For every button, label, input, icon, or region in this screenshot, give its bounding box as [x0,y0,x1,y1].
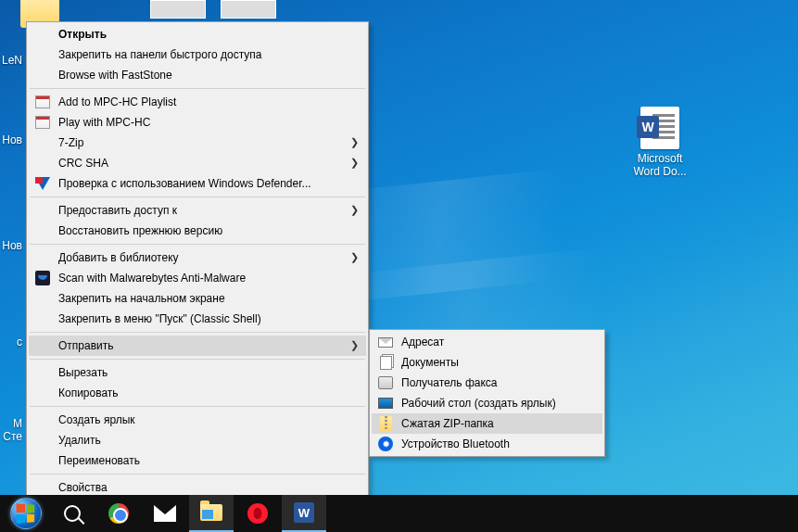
submenu-item-label: Получатель факса [401,376,584,389]
menu-separator [30,332,365,333]
chevron-right-icon: ❯ [350,157,359,169]
submenu-item[interactable]: Документы [372,352,602,373]
menu-item-label: Отправить [58,339,348,352]
context-submenu: АдресатДокументыПолучатель факсаРабочий … [369,329,605,457]
desktop-word-doc[interactable]: W Microsoft Word Do... [625,106,695,178]
mail-icon [154,505,176,522]
submenu-item[interactable]: Получатель факса [372,373,602,393]
menu-item[interactable]: Закрепить в меню "Пуск" (Classic Shell) [29,309,366,329]
opera-icon [247,503,268,524]
chevron-right-icon: ❯ [350,251,359,263]
desktop-thumb[interactable] [150,0,206,19]
context-menu: ОткрытьЗакрепить на панели быстрого дост… [26,21,369,500]
desktop-icon [377,395,394,412]
menu-item-label: Add to MPC-HC Playlist [58,95,348,108]
taskbar: W [0,495,798,532]
calendar-icon [34,114,51,131]
taskbar-explorer-button[interactable] [189,495,234,532]
menu-item[interactable]: Создать ярлык [29,410,366,430]
menu-item[interactable]: Play with MPC-HC [29,112,366,133]
menu-item[interactable]: 7-Zip❯ [29,133,366,153]
chevron-right-icon: ❯ [350,204,359,216]
menu-item[interactable]: Вырезать [29,362,366,383]
menu-item-label: Проверка с использованием Windows Defend… [58,177,348,190]
zip-icon [377,415,394,432]
shield-icon [34,175,51,192]
menu-item[interactable]: CRC SHA❯ [29,153,366,173]
menu-item-label: Закрепить на панели быстрого доступа [58,48,348,61]
desktop-icon-partial[interactable]: с [0,336,24,348]
menu-item[interactable]: Предоставить доступ к❯ [29,200,366,221]
menu-item-label: Копировать [58,386,348,399]
desktop-icon-partial[interactable]: Нов [0,239,24,252]
taskbar-start-button[interactable] [4,495,48,532]
menu-item-label: 7-Zip [58,136,348,149]
menu-item[interactable]: Add to MPC-HC Playlist [29,92,366,112]
menu-item-label: Восстановить прежнюю версию [58,224,348,237]
menu-item[interactable]: Добавить в библиотеку❯ [29,247,366,268]
menu-separator [30,196,365,197]
menu-separator [30,244,365,245]
taskbar-word-button[interactable]: W [282,495,326,532]
submenu-item-label: Рабочий стол (создать ярлык) [401,397,584,410]
submenu-item[interactable]: Сжатая ZIP-папка [372,413,602,434]
menu-item-label: Play with MPC-HC [58,116,348,129]
mail-icon [377,334,394,350]
malwarebytes-icon [34,270,51,286]
desktop-icon-label: Microsoft Word Do... [625,152,695,178]
desktop-icon-label: М Сте [0,417,24,443]
fax-icon [377,374,394,391]
chevron-right-icon: ❯ [350,136,359,148]
desktop-icon-label: LeN [0,54,24,67]
menu-separator [30,406,365,407]
desktop-icon-partial[interactable]: М Сте [0,417,24,443]
menu-separator [30,88,365,89]
menu-item[interactable]: Закрепить на панели быстрого доступа [29,44,366,65]
taskbar-chrome-button[interactable] [96,495,141,532]
desktop-icon-partial[interactable]: Нов [0,133,24,146]
menu-item-label: Browse with FastStone [58,69,348,82]
menu-item[interactable]: Открыть [29,24,366,44]
menu-separator [30,359,365,360]
desktop-icon-label: с [0,336,24,348]
menu-item-label: Открыть [58,28,348,41]
desktop-thumb[interactable] [221,0,276,19]
taskbar-opera-button[interactable] [235,495,280,532]
submenu-item[interactable]: Адресат [372,332,602,352]
calendar-icon [34,94,51,110]
menu-item-label: Закрепить в меню "Пуск" (Classic Shell) [58,312,348,325]
submenu-item-label: Устройство Bluetooth [401,437,584,450]
desktop-icon-label: Нов [0,239,24,252]
submenu-item-label: Адресат [401,336,584,348]
chrome-icon [108,503,129,524]
start-orb-icon [10,498,42,529]
menu-item-label: Переименовать [58,454,348,467]
taskbar-mail-button[interactable] [143,495,187,532]
menu-item-label: Вырезать [58,366,348,379]
menu-item[interactable]: Scan with Malwarebytes Anti-Malware [29,268,366,288]
menu-item[interactable]: Копировать [29,383,366,403]
menu-item[interactable]: Закрепить на начальном экране [29,288,366,309]
chevron-right-icon: ❯ [350,339,359,351]
submenu-item-label: Документы [401,356,584,369]
word-doc-icon: W [640,107,679,149]
file-explorer-icon [200,504,222,521]
desktop-icon-partial[interactable]: LeN [0,54,24,67]
desktop-icon-label: Нов [0,133,24,146]
documents-icon [377,354,394,371]
menu-item[interactable]: Восстановить прежнюю версию [29,221,366,241]
menu-item[interactable]: Удалить [29,430,366,450]
menu-item[interactable]: Переименовать [29,450,366,471]
menu-item-label: Добавить в библиотеку [58,251,348,264]
menu-item[interactable]: Browse with FastStone [29,65,366,85]
menu-item-label: Scan with Malwarebytes Anti-Malware [58,272,348,285]
taskbar-search-button[interactable] [50,495,95,532]
menu-item[interactable]: Проверка с использованием Windows Defend… [29,173,366,194]
menu-separator [30,474,365,475]
menu-item-label: Закрепить на начальном экране [58,292,348,305]
word-icon: W [294,502,314,523]
submenu-item[interactable]: ⁕Устройство Bluetooth [372,434,602,454]
menu-item-label: Предоставить доступ к [58,204,348,217]
menu-item[interactable]: Отправить❯ [29,336,366,356]
submenu-item[interactable]: Рабочий стол (создать ярлык) [372,393,602,413]
